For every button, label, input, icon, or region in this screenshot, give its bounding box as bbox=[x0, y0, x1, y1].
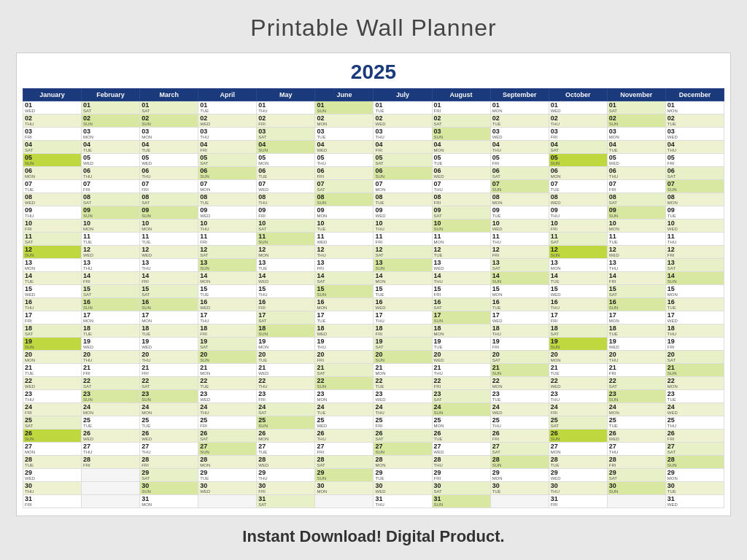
list-item: 22WED bbox=[23, 377, 82, 390]
list-item: 01TUE bbox=[374, 101, 432, 114]
list-item: 15SAT bbox=[140, 285, 198, 298]
table-row: 22WED22SAT22SAT22TUE22THU22SUN22TUE22FRI… bbox=[23, 377, 724, 390]
list-item: 08SAT bbox=[140, 193, 198, 206]
list-item: 09TUE bbox=[665, 206, 724, 219]
list-item: 11SAT bbox=[23, 233, 82, 246]
list-item: 09MON bbox=[315, 206, 374, 219]
list-item: 06WED bbox=[432, 167, 490, 180]
list-item bbox=[607, 495, 665, 508]
list-item: 16THU bbox=[549, 298, 607, 311]
list-item: 12WED bbox=[82, 246, 140, 259]
list-item: 04THU bbox=[490, 141, 549, 154]
list-item: 30THU bbox=[549, 482, 607, 495]
list-item: 20THU bbox=[607, 351, 665, 364]
list-item: 23SUN bbox=[607, 390, 665, 403]
list-item: 30WED bbox=[374, 482, 432, 495]
list-item: 07TUE bbox=[23, 180, 82, 193]
list-item: 02TUE bbox=[665, 114, 724, 128]
list-item: 12WED bbox=[607, 246, 665, 259]
list-item: 02SUN bbox=[82, 114, 140, 128]
list-item: 28FRI bbox=[140, 456, 198, 469]
list-item: 24MON bbox=[607, 403, 665, 416]
list-item: 29TUE bbox=[198, 469, 257, 482]
list-item: 27MON bbox=[23, 443, 82, 456]
list-item: 15SAT bbox=[82, 285, 140, 298]
list-item: 07TUE bbox=[549, 180, 607, 193]
list-item: 03MON bbox=[82, 128, 140, 141]
list-item: 30TUE bbox=[665, 482, 724, 495]
list-item: 09THU bbox=[23, 206, 82, 219]
list-item: 30SAT bbox=[432, 482, 490, 495]
table-row: 20MON20THU20THU20SUN20TUE20FRI20SUN20WED… bbox=[23, 351, 724, 364]
list-item: 24THU bbox=[374, 403, 432, 416]
list-item: 15MON bbox=[665, 285, 724, 298]
list-item: 01SAT bbox=[140, 101, 198, 114]
list-item: 05FRI bbox=[665, 154, 724, 167]
list-item: 28TUE bbox=[549, 456, 607, 469]
table-row: 21TUE21FRI21FRI21MON21WED21SAT21MON21THU… bbox=[23, 364, 724, 377]
list-item: 02FRI bbox=[257, 114, 315, 128]
list-item: 11FRI bbox=[198, 233, 257, 246]
list-item: 22SUN bbox=[315, 377, 374, 390]
list-item: 19TUE bbox=[432, 338, 490, 351]
list-item: 25TUE bbox=[140, 416, 198, 429]
list-item: 27THU bbox=[140, 443, 198, 456]
list-item: 10WED bbox=[490, 219, 549, 233]
list-item: 13MON bbox=[23, 259, 82, 272]
list-item: 13MON bbox=[549, 259, 607, 272]
list-item: 01SAT bbox=[82, 101, 140, 114]
list-item: 27WED bbox=[432, 443, 490, 456]
list-item: 16SUN bbox=[607, 298, 665, 311]
table-row: 27MON27THU27THU27SUN27TUE27FRI27SUN27WED… bbox=[23, 443, 724, 456]
list-item: 07MON bbox=[374, 180, 432, 193]
list-item: 18TUE bbox=[607, 324, 665, 338]
list-item: 03TUE bbox=[315, 128, 374, 141]
list-item: 02SUN bbox=[140, 114, 198, 128]
list-item: 22MON bbox=[665, 377, 724, 390]
list-item bbox=[82, 495, 140, 508]
list-item: 31SAT bbox=[257, 495, 315, 508]
list-item: 02MON bbox=[315, 114, 374, 128]
list-item: 13WED bbox=[432, 259, 490, 272]
list-item: 29FRI bbox=[432, 469, 490, 482]
list-item: 28FRI bbox=[82, 456, 140, 469]
list-item: 31FRI bbox=[23, 495, 82, 508]
list-item: 29WED bbox=[549, 469, 607, 482]
list-item: 01WED bbox=[23, 101, 82, 114]
list-item: 19WED bbox=[140, 338, 198, 351]
list-item: 22SAT bbox=[607, 377, 665, 390]
list-item: 27FRI bbox=[315, 443, 374, 456]
list-item: 24SUN bbox=[432, 403, 490, 416]
list-item: 09SUN bbox=[140, 206, 198, 219]
list-item: 18TUE bbox=[82, 324, 140, 338]
list-item: 12SUN bbox=[549, 246, 607, 259]
list-item: 18FRI bbox=[198, 324, 257, 338]
list-item: 06MON bbox=[549, 167, 607, 180]
list-item: 25THU bbox=[665, 416, 724, 429]
list-item: 27SUN bbox=[198, 443, 257, 456]
month-jul: July bbox=[374, 89, 432, 101]
list-item: 26FRI bbox=[665, 429, 724, 443]
list-item: 25THU bbox=[490, 416, 549, 429]
list-item: 03SUN bbox=[432, 128, 490, 141]
list-item: 28MON bbox=[198, 456, 257, 469]
list-item: 15MON bbox=[490, 285, 549, 298]
list-item: 03WED bbox=[490, 128, 549, 141]
list-item: 18MON bbox=[432, 324, 490, 338]
list-item: 02THU bbox=[549, 114, 607, 128]
list-item: 31WED bbox=[665, 495, 724, 508]
list-item: 23TUE bbox=[490, 390, 549, 403]
table-row: 04SAT04TUE04TUE04FRI04SUN04WED04FRI04MON… bbox=[23, 141, 724, 154]
list-item: 09FRI bbox=[257, 206, 315, 219]
list-item: 12FRI bbox=[665, 246, 724, 259]
list-item: 28TUE bbox=[23, 456, 82, 469]
table-row: 18SAT18TUE18TUE18FRI18SUN18WED18FRI18MON… bbox=[23, 324, 724, 338]
list-item: 21MON bbox=[198, 364, 257, 377]
list-item: 06SUN bbox=[198, 167, 257, 180]
list-item: 14SUN bbox=[490, 272, 549, 285]
list-item: 16SAT bbox=[432, 298, 490, 311]
list-item: 26SUN bbox=[23, 429, 82, 443]
list-item: 19WED bbox=[82, 338, 140, 351]
list-item: 29SAT bbox=[140, 469, 198, 482]
list-item: 25TUE bbox=[607, 416, 665, 429]
